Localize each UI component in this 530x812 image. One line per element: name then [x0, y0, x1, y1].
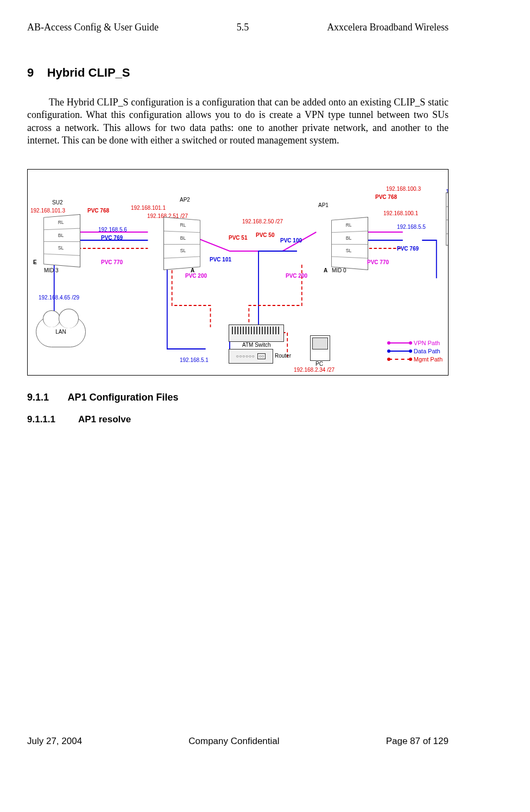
section-title-text: Hybrid CLIP_S: [47, 66, 130, 79]
port-rl: RL: [332, 217, 368, 233]
atm-switch: [229, 324, 284, 342]
legend-mgmt-label: Mgmt Path: [414, 356, 443, 363]
su2-label: SU2: [52, 199, 62, 205]
pvc100: PVC 100: [280, 238, 302, 243]
pvc200-left: PVC 200: [185, 273, 207, 279]
ap1-device: RL BL SL: [331, 217, 368, 270]
su2-mid: MID 3: [44, 267, 59, 273]
port-bl: BL: [332, 231, 368, 245]
su2-pvc: PVC 768: [87, 208, 109, 214]
diagram-wires: [28, 170, 448, 375]
sub1-title: AP1 Configuration Files: [67, 392, 178, 403]
pvc770-left: PVC 770: [101, 259, 123, 265]
su2-subnet: 192.168.4.65 /29: [39, 295, 79, 301]
su2-ip: 192.168.101.3: [30, 208, 65, 214]
sub1-num: 9.1.1: [27, 392, 49, 403]
switch-ports-icon: [232, 327, 281, 334]
ap1-a: A: [324, 267, 327, 273]
port-bl: BL: [446, 207, 449, 220]
ap1-ip: 192.168.100.1: [383, 210, 418, 216]
lan-cloud-left: LAN: [36, 316, 86, 347]
su1-pvc: PVC 768: [375, 194, 397, 200]
port-rl: RL: [446, 193, 449, 208]
pvc770-right: PVC 770: [367, 259, 389, 265]
ap1-label: AP1: [318, 202, 329, 208]
footer-left: July 27, 2004: [27, 736, 82, 747]
ap2-ip: 192.168.101.1: [131, 205, 166, 211]
port-sl: SL: [446, 220, 449, 233]
pvc51: PVC 51: [229, 235, 247, 241]
ap1-subnet: 192.168.2.50 /27: [242, 218, 283, 224]
router-label: Router: [275, 353, 291, 359]
header-right: Axxcelera Broadband Wireless: [327, 22, 449, 33]
legend-data: Data Path: [389, 348, 443, 354]
su2-e: E: [33, 259, 37, 265]
subsection-heading: 9.1.1 AP1 Configuration Files: [27, 392, 449, 403]
ap2-device: RL BL SL: [163, 217, 200, 270]
port-bl: BL: [44, 228, 80, 242]
sub2-title: AP1 resolve: [78, 414, 131, 424]
port-rl: RL: [44, 215, 80, 230]
su1-ip: 192.168.100.3: [386, 186, 421, 192]
section-heading: 9 Hybrid CLIP_S: [27, 66, 449, 80]
data-line-icon: [389, 351, 411, 352]
pc-ip: 192.168.2.34 /27: [294, 367, 335, 373]
pvc50: PVC 50: [256, 232, 274, 238]
pvc769-right: PVC 769: [397, 246, 419, 252]
page-footer: July 27, 2004 Company Confidential Page …: [27, 736, 449, 747]
atm-switch-label: ATM Switch: [242, 342, 271, 348]
port-sl: SL: [332, 244, 368, 258]
su2-data-ip: 192.168.5.6: [98, 227, 127, 233]
port-e: [446, 232, 449, 247]
pc-label: PC: [316, 361, 323, 367]
su1-data-ip: 192.168.5.5: [397, 224, 426, 230]
mgmt-line-icon: [389, 359, 411, 360]
network-diagram: SU2 192.168.101.3 PVC 768 RL BL SL E MID…: [27, 169, 449, 376]
header-left: AB-Access Config & User Guide: [27, 22, 159, 33]
port-sl: SL: [164, 244, 200, 258]
ap1-mid: MID 0: [332, 267, 346, 273]
sub2-num: 9.1.1.1: [27, 414, 55, 424]
legend-vpn-label: VPN Path: [414, 340, 440, 346]
router-ip: 192.168.5.1: [180, 357, 209, 363]
su1-device: RL BL SL: [446, 192, 449, 246]
port-sl: SL: [44, 241, 80, 255]
diagram-legend: VPN Path Data Path Mgmt Path: [389, 338, 443, 364]
subsubsection-heading: 9.1.1.1 AP1 resolve: [27, 414, 449, 425]
port-e: [44, 254, 80, 268]
vpn-line-icon: [389, 342, 411, 343]
pvc101: PVC 101: [210, 257, 231, 263]
section-number: 9: [27, 66, 34, 79]
footer-center: Company Confidential: [188, 736, 279, 747]
page-header: AB-Access Config & User Guide 5.5 Axxcel…: [27, 22, 449, 33]
ap2-label: AP2: [180, 197, 190, 203]
port-bl: BL: [164, 231, 200, 245]
footer-right: Page 87 of 129: [386, 736, 449, 747]
pvc200-right: PVC 200: [286, 273, 307, 279]
router: ○○○○○○○○: [229, 349, 273, 364]
intro-paragraph: The Hybrid CLIP_S configuration is a con…: [27, 96, 449, 147]
legend-vpn: VPN Path: [389, 340, 443, 346]
pvc769-left: PVC 769: [101, 235, 123, 241]
pc: [310, 335, 330, 361]
lan-label-left: LAN: [53, 329, 68, 335]
legend-data-label: Data Path: [414, 348, 440, 354]
legend-mgmt: Mgmt Path: [389, 356, 443, 363]
port-rl: RL: [164, 217, 200, 233]
su2-device: RL BL SL: [43, 214, 80, 267]
header-center: 5.5: [237, 22, 249, 33]
